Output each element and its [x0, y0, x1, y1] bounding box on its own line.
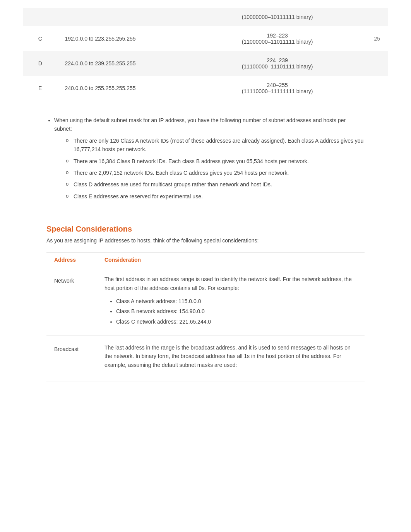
page-cell-e [356, 76, 388, 101]
sub-bullet-1: There are 16,384 Class B network IDs. Ea… [66, 157, 365, 165]
range-cell-top [57, 8, 199, 26]
network-bullet-2: Class C network address: 221.65.244.0 [116, 317, 357, 326]
considerations-table: Address Consideration Network The first … [46, 252, 365, 382]
range-cell-e: 240.0.0.0 to 255.255.255.255 [57, 76, 199, 101]
broadcast-row: Broadcast The last address in the range … [46, 336, 365, 382]
page-cell-top [356, 8, 388, 26]
bullet-section: When using the default subnet mask for a… [23, 112, 388, 217]
sub-bullet-list: There are only 126 Class A network IDs (… [54, 136, 365, 201]
class-cell-e: E [23, 76, 57, 101]
main-bullet-item: When using the default subnet mask for a… [54, 116, 365, 201]
network-address-cell: Network [46, 267, 97, 336]
range-cell-d: 224.0.0.0 to 239.255.255.255 [57, 51, 199, 76]
special-considerations-section: Special Considerations As you are assign… [23, 217, 388, 382]
class-cell-c: C [23, 26, 57, 51]
network-bullets: Class A network address: 115.0.0.0 Class… [104, 297, 357, 326]
sub-bullet-3: Class D addresses are used for multicast… [66, 180, 365, 189]
binary-cell-c: 192–223 (11000000–11011111 binary) [198, 26, 356, 51]
network-consideration-cell: The first address in an address range is… [97, 267, 365, 336]
class-cell-top [23, 8, 57, 26]
sub-bullet-0: There are only 126 Class A network IDs (… [66, 136, 365, 154]
consideration-header: Consideration [97, 253, 365, 267]
broadcast-address-cell: Broadcast [46, 336, 97, 382]
special-considerations-title: Special Considerations [46, 225, 365, 234]
main-bullet-list: When using the default subnet mask for a… [46, 116, 365, 201]
broadcast-consideration-cell: The last address in the range is the bro… [97, 336, 365, 382]
ip-class-table: (10000000–10111111 binary) C 192.0.0.0 t… [23, 8, 388, 101]
network-row: Network The first address in an address … [46, 267, 365, 336]
sub-bullet-2: There are 2,097,152 network IDs. Each cl… [66, 169, 365, 177]
page-cell-c: 25 [356, 26, 388, 51]
binary-cell-top: (10000000–10111111 binary) [198, 8, 356, 26]
range-cell-c: 192.0.0.0 to 223.255.255.255 [57, 26, 199, 51]
considerations-header-row: Address Consideration [46, 253, 365, 267]
class-cell-d: D [23, 51, 57, 76]
binary-cell-e: 240–255 (11110000–11111111 binary) [198, 76, 356, 101]
network-bullet-0: Class A network address: 115.0.0.0 [116, 297, 357, 305]
address-header: Address [46, 253, 97, 267]
special-considerations-intro: As you are assigning IP addresses to hos… [46, 237, 365, 245]
broadcast-description: The last address in the range is the bro… [104, 343, 357, 369]
network-bullet-1: Class B network address: 154.90.0.0 [116, 307, 357, 315]
page-cell-d [356, 51, 388, 76]
binary-cell-d: 224–239 (11100000–11101111 binary) [198, 51, 356, 76]
network-description: The first address in an address range is… [104, 275, 357, 292]
sub-bullet-4: Class E addresses are reserved for exper… [66, 192, 365, 201]
